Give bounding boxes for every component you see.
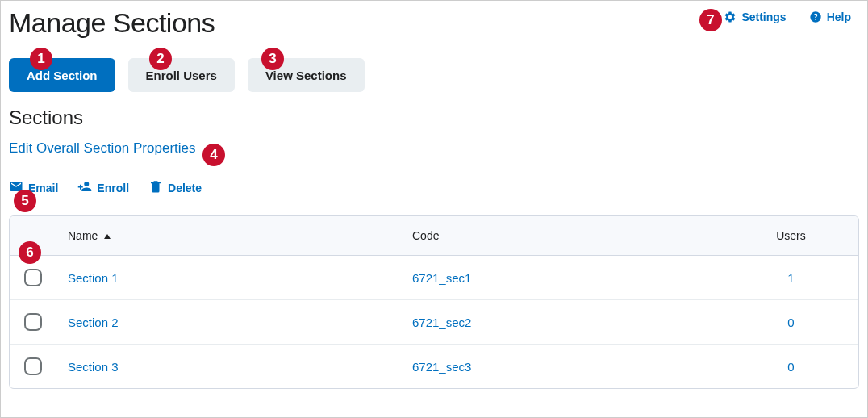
section-users-link[interactable]: 0 [724,300,858,345]
action-buttons: Add Section Enroll Users View Sections [9,58,859,92]
gear-icon [724,10,737,23]
top-links: Settings Help [724,7,859,23]
sections-table: Name Code Users Section 1 6721_sec1 1 Se… [9,215,859,389]
column-header-name[interactable]: Name [56,216,401,256]
section-code-link[interactable]: 6721_sec3 [401,345,724,389]
toolbar: Email Enroll Delete [9,179,859,196]
view-sections-button[interactable]: View Sections [248,58,365,92]
enroll-action[interactable]: Enroll [77,179,129,196]
row-checkbox[interactable] [24,357,42,375]
row-checkbox[interactable] [24,313,42,331]
delete-action[interactable]: Delete [148,179,202,196]
email-action[interactable]: Email [9,179,58,196]
column-header-users[interactable]: Users [724,216,858,256]
email-icon [9,179,23,196]
delete-label: Delete [168,182,202,194]
settings-label: Settings [741,10,786,23]
section-code-link[interactable]: 6721_sec2 [401,300,724,345]
section-name-link[interactable]: Section 1 [56,256,401,300]
add-section-button[interactable]: Add Section [9,58,115,92]
section-code-link[interactable]: 6721_sec1 [401,256,724,300]
column-checkbox [10,216,56,256]
sections-heading: Sections [9,107,859,129]
section-name-link[interactable]: Section 2 [56,300,401,345]
enroll-users-button[interactable]: Enroll Users [128,58,235,92]
help-icon [809,10,822,23]
email-label: Email [28,182,58,194]
section-users-link[interactable]: 0 [724,345,858,389]
delete-icon [148,179,163,196]
settings-link[interactable]: Settings [724,10,786,23]
enroll-label: Enroll [97,182,129,194]
table-row: Section 3 6721_sec3 0 [10,345,858,389]
row-checkbox[interactable] [24,269,42,286]
sort-ascending-icon [104,234,111,239]
enroll-icon [77,179,92,196]
section-name-link[interactable]: Section 3 [56,345,401,389]
help-link[interactable]: Help [809,10,851,23]
section-users-link[interactable]: 1 [724,256,858,300]
edit-overall-properties-link[interactable]: Edit Overall Section Properties [9,140,196,157]
table-row: Section 2 6721_sec2 0 [10,300,858,345]
page-title: Manage Sections [9,7,215,39]
help-label: Help [827,10,851,23]
table-row: Section 1 6721_sec1 1 [10,256,858,300]
column-header-code[interactable]: Code [401,216,724,256]
column-name-label: Name [68,229,98,242]
